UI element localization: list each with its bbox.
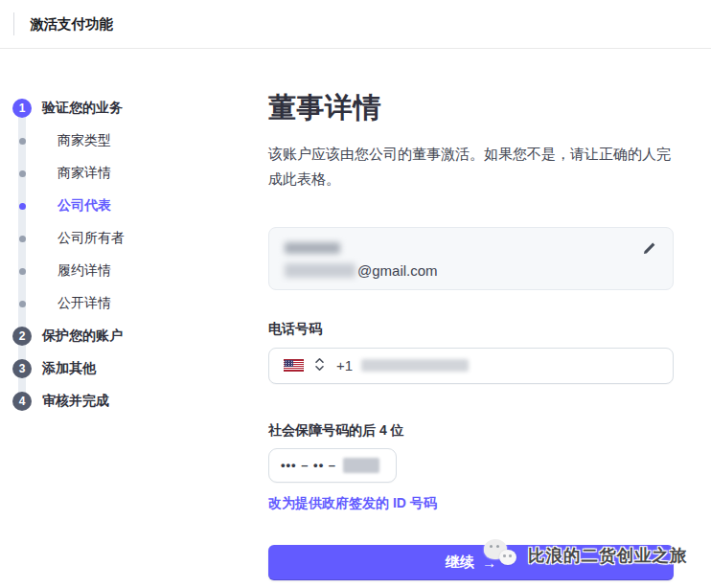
continue-button-label: 继续 [446,554,474,572]
step-3-circle: 3 [12,359,32,378]
phone-input[interactable]: +1 [268,348,674,384]
sidebar-substep-public-details[interactable]: 公开详情 [12,287,252,320]
sidebar-substep-fulfillment-details[interactable]: 履约详情 [12,255,252,287]
director-details-form: 董事详情 该账户应该由您公司的董事激活。如果您不是，请让正确的人完成此表格。 @… [268,89,674,580]
stepper-sidebar: 1 验证您的业务 商家类型 商家详情 公司代表 公司所有者 履约详情 公开详情 [12,92,252,418]
step-2-circle: 2 [12,327,32,346]
substep-dot-active [19,203,26,210]
ssn-last4-input[interactable]: ••• – •• – [268,448,397,483]
representative-summary-card: @gmail.com [268,227,674,290]
ssn-mask: ••• – •• – [281,458,336,472]
page-description: 该账户应该由您公司的董事激活。如果您不是，请让正确的人完成此表格。 [268,142,674,192]
continue-button[interactable]: 继续 → [268,545,674,580]
step-1-circle: 1 [12,99,32,118]
substep-label-fulfillment-details: 履约详情 [57,262,111,280]
sidebar-substep-company-owners[interactable]: 公司所有者 [12,222,252,255]
substep-dot [19,301,26,307]
use-government-id-link[interactable]: 改为提供政府签发的 ID 号码 [268,495,437,512]
substep-dot [19,138,26,145]
substep-label-merchant-type: 商家类型 [57,132,111,149]
sidebar-substep-company-representative[interactable]: 公司代表 [12,190,252,222]
substep-dot [19,170,26,177]
country-select[interactable] [284,357,325,374]
substep-dot [19,236,26,242]
substep-dot [19,268,26,275]
ssn-label: 社会保障号码的后 4 位 [268,420,674,440]
step-2-label: 保护您的账户 [42,328,123,345]
us-flag-icon [284,359,304,372]
top-header: 激活支付功能 [0,0,711,49]
step-1-label: 验证您的业务 [42,100,123,117]
redacted-phone-number [361,359,469,372]
chevron-updown-icon [314,357,325,374]
sidebar-step-review-complete[interactable]: 4 审核并完成 [12,385,252,418]
sidebar-step-protect-account[interactable]: 2 保护您的账户 [12,320,252,352]
redacted-ssn-digits [343,458,379,473]
step-3-label: 添加其他 [42,360,96,377]
substep-label-company-owners: 公司所有者 [57,230,125,247]
pencil-icon [642,241,656,259]
redacted-name [285,242,340,254]
sidebar-substep-merchant-type[interactable]: 商家类型 [12,124,252,157]
phone-label: 电话号码 [268,319,674,338]
email-suffix: @gmail.com [357,262,438,279]
sidebar-substep-merchant-details[interactable]: 商家详情 [12,157,252,190]
step-4-label: 审核并完成 [42,393,109,410]
arrow-right-icon: → [482,554,496,571]
redacted-email-prefix [285,263,356,278]
sidebar-step-verify-business[interactable]: 1 验证您的业务 [12,92,252,124]
substep-label-merchant-details: 商家详情 [57,165,111,182]
substep-label-company-representative: 公司代表 [57,197,111,215]
dial-code: +1 [336,357,353,373]
step-4-circle: 4 [12,392,32,411]
sidebar-step-add-others[interactable]: 3 添加其他 [12,352,252,385]
header-divider [13,12,14,35]
substep-label-public-details: 公开详情 [57,295,111,312]
edit-representative-button[interactable] [640,241,657,259]
page-title: 董事详情 [268,89,674,127]
page-header-title: 激活支付功能 [30,15,113,34]
activation-page: 激活支付功能 1 验证您的业务 商家类型 商家详情 公司代表 公司所有者 履约详… [0,0,711,588]
